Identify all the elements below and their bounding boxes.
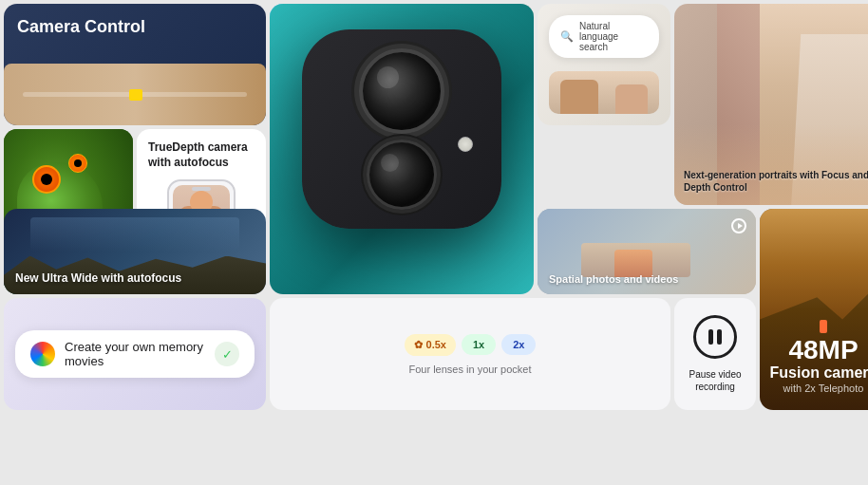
pause-cell: Pause video recording bbox=[674, 298, 756, 410]
pause-bar-left bbox=[708, 329, 713, 345]
lens-2x-label: 2x bbox=[513, 339, 524, 350]
search-bar[interactable]: 🔍 Natural language search bbox=[549, 15, 659, 58]
pause-label: Pause video recording bbox=[684, 368, 746, 393]
pause-button[interactable] bbox=[693, 315, 737, 359]
tulip-icon: ✿ bbox=[414, 339, 423, 351]
spatial-cell: Spatial photos and videos bbox=[538, 209, 756, 294]
memory-cell: Create your own memory movies ✓ bbox=[4, 298, 266, 410]
fusion-cell: 48MP Fusion camera with 2x Telephoto bbox=[760, 209, 868, 410]
lens-badge-2x: 2x bbox=[501, 334, 536, 355]
portraits-label: Next-generation portraits with Focus and… bbox=[684, 169, 868, 194]
ultrawide-cell: New Ultra Wide with autofocus bbox=[4, 209, 266, 294]
pause-bar-right bbox=[717, 329, 722, 345]
lenses-label: Four lenses in your pocket bbox=[408, 364, 531, 375]
truedepth-label: TrueDepth camera with autofocus bbox=[148, 140, 255, 170]
lens-05x-label: 0.5x bbox=[426, 339, 446, 350]
main-grid: Camera Control Clean Up bbox=[0, 0, 868, 485]
natural-search-cell: 🔍 Natural language search bbox=[538, 4, 670, 125]
lens-badge-1x: 1x bbox=[462, 334, 496, 355]
memory-text: Create your own memory movies bbox=[65, 340, 205, 368]
memory-input-bar[interactable]: Create your own memory movies ✓ bbox=[15, 330, 255, 378]
fusion-subtitle1: Fusion camera bbox=[760, 364, 868, 382]
ultrawide-label: New Ultra Wide with autofocus bbox=[15, 271, 181, 285]
portraits-cell: Next-generation portraits with Focus and… bbox=[674, 4, 868, 205]
search-icon: 🔍 bbox=[560, 30, 574, 43]
camera-control-title: Camera Control bbox=[17, 17, 253, 37]
lenses-cell: ✿ 0.5x 1x 2x Four lenses in your pocket bbox=[270, 298, 670, 410]
memory-gradient-icon bbox=[30, 342, 55, 366]
main-camera-cell bbox=[270, 4, 534, 294]
fusion-title: 48MP bbox=[760, 337, 868, 364]
memory-checkmark: ✓ bbox=[215, 342, 239, 366]
fusion-subtitle2: with 2x Telephoto bbox=[760, 382, 868, 395]
lenses-badges-row: ✿ 0.5x 1x 2x bbox=[405, 334, 537, 356]
lens-badge-05x: ✿ 0.5x bbox=[405, 334, 456, 356]
spatial-label: Spatial photos and videos bbox=[549, 273, 678, 285]
lens-1x-label: 1x bbox=[473, 339, 484, 350]
search-input-label: Natural language search bbox=[579, 21, 648, 52]
camera-control-cell: Camera Control bbox=[4, 4, 266, 125]
